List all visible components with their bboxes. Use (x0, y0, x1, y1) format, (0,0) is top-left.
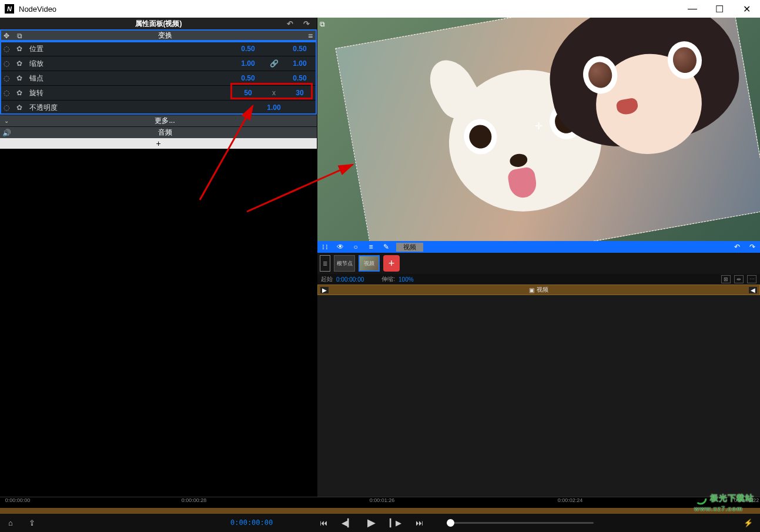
scale-x-value[interactable]: 1.00 (231, 59, 265, 68)
scale-label: 缩放 (26, 59, 231, 69)
menu-icon[interactable]: ≡ (363, 243, 379, 251)
transform-label: 变换 (26, 31, 304, 41)
stopwatch-icon[interactable]: ◌ (0, 74, 13, 82)
window-minimize-button[interactable]: — (679, 0, 706, 18)
timeline-empty-area[interactable] (317, 295, 760, 497)
clip-info-row: 起始 0:00:00:00 伸缩: 100% ⊠ ⇹ ⋯ (317, 274, 760, 285)
timeline-ruler[interactable]: 0:00:00:00 0:00:00:28 0:00:01:26 0:00:02… (0, 497, 760, 513)
svg-point-2 (695, 493, 706, 504)
panel-redo-icon[interactable]: ↷ (303, 19, 310, 28)
link-icon[interactable]: 🔗 (265, 59, 283, 68)
ruler-tick-2: 0:00:01:26 (370, 497, 395, 503)
panel-header: 属性面板(视频) ↶ ↷ (0, 18, 317, 29)
app-logo-icon: N (5, 4, 14, 14)
step-back-button[interactable]: ◀▎ (342, 518, 353, 527)
circle-icon[interactable]: ○ (348, 243, 363, 251)
next-keyframe-button[interactable]: ⏭ (416, 518, 423, 527)
step-forward-button[interactable]: ▎▶ (390, 518, 401, 527)
watermark: 极光下载站 www.xz7.com (694, 492, 754, 512)
gear-icon[interactable]: ✿ (13, 89, 26, 97)
anchor-y-value[interactable]: 0.50 (283, 74, 317, 82)
position-x-value[interactable]: 0.50 (231, 45, 265, 53)
panel-undo-icon[interactable]: ↶ (287, 19, 293, 28)
start-label: 起始 (321, 275, 333, 283)
stopwatch-icon[interactable]: ◌ (0, 45, 13, 53)
bottom-bar: ⌂ ⇪ 0:00:00:00 ⏮ ◀▎ ▶ ▎▶ ⏭ ⚡ (0, 513, 760, 532)
trim-icon[interactable]: ⇹ (734, 275, 744, 283)
titlebar: N NodeVideo — ☐ ✕ (0, 0, 760, 18)
document-icon[interactable]: ≣ (320, 255, 330, 272)
app-title: NodeVideo (19, 5, 679, 14)
hierarchy-icon[interactable]: ⫶⫶ (317, 243, 333, 251)
rotation-x-value[interactable]: 50 (231, 89, 265, 97)
gear-icon[interactable]: ✿ (13, 45, 26, 53)
gear-icon[interactable]: ✿ (13, 59, 26, 68)
gear-icon[interactable]: ✿ (13, 103, 26, 112)
node-name-field[interactable]: 视频 (396, 243, 423, 252)
prev-keyframe-button[interactable]: ⏮ (320, 518, 327, 527)
opacity-value[interactable]: 1.00 (231, 103, 317, 112)
toolbar-redo-icon[interactable]: ↷ (745, 243, 760, 251)
ruler-tick-0: 0:00:00:00 (5, 497, 31, 503)
share-button[interactable]: ⇪ (21, 518, 42, 527)
watermark-url: www.xz7.com (694, 505, 754, 512)
add-property-button[interactable]: + (0, 138, 317, 149)
speaker-icon: 🔊 (0, 129, 13, 137)
preview-video-frame[interactable] (335, 18, 760, 241)
add-node-button[interactable]: + (383, 255, 400, 272)
position-y-value[interactable]: 0.50 (283, 45, 317, 53)
zoom-slider-thumb[interactable] (447, 519, 454, 527)
panel-title: 属性面板(视频) (135, 19, 182, 29)
root-node-thumb[interactable]: 根节点 (334, 255, 355, 272)
stopwatch-icon[interactable]: ◌ (0, 59, 13, 68)
stretch-value[interactable]: 100% (399, 276, 414, 283)
copy-icon[interactable]: ⧉ (13, 32, 26, 40)
properties-panel: 属性面板(视频) ↶ ↷ ✥ ⧉ 变换 ≡ ◌ ✿ 位置 0.50 0.50 ◌… (0, 18, 317, 497)
transform-section-header[interactable]: ✥ ⧉ 变换 ≡ (0, 29, 317, 41)
window-close-button[interactable]: ✕ (733, 0, 760, 18)
popout-icon[interactable]: ⧉ (320, 20, 329, 29)
home-button[interactable]: ⌂ (0, 518, 21, 527)
position-label: 位置 (26, 44, 231, 54)
audio-label: 音频 (13, 128, 317, 138)
move-icon[interactable]: ✥ (0, 32, 13, 40)
track-collapse-right-icon[interactable]: ◀ (749, 287, 757, 293)
video-track[interactable]: ▶ ▣ 视频 ◀ (317, 285, 760, 295)
menu-icon[interactable]: ≡ (304, 31, 317, 41)
current-time[interactable]: 0:00:00:00 (230, 518, 273, 527)
node-toolbar: ⫶⫶ 👁 ○ ≡ ✎ 视频 ↶ ↷ (317, 241, 760, 253)
pen-icon[interactable]: ✎ (379, 243, 394, 251)
more-label: 更多... (13, 116, 317, 126)
anchor-label: 锚点 (26, 73, 231, 83)
watermark-brand: 极光下载站 (710, 493, 754, 503)
play-button[interactable]: ▶ (367, 516, 376, 529)
ruler-tick-1: 0:00:00:28 (182, 497, 207, 503)
opacity-label: 不透明度 (26, 103, 231, 113)
more-options-icon[interactable]: ⋯ (747, 275, 756, 283)
window-maximize-button[interactable]: ☐ (706, 0, 733, 18)
video-node-thumb[interactable]: 视频 (359, 255, 380, 272)
visibility-icon[interactable]: 👁 (333, 243, 348, 251)
video-track-label: 视频 (537, 286, 548, 294)
stopwatch-icon[interactable]: ◌ (0, 103, 13, 112)
preview-viewport[interactable]: ⧉ ✛ (317, 18, 760, 241)
audio-row[interactable]: 🔊 音频 (0, 126, 317, 138)
crop-icon[interactable]: ⊠ (721, 275, 731, 283)
flash-icon[interactable]: ⚡ (744, 518, 753, 527)
opacity-row: ◌ ✿ 不透明度 1.00 (0, 100, 317, 115)
scale-row: ◌ ✿ 缩放 1.00 🔗 1.00 (0, 56, 317, 71)
ruler-tick-3: 0:00:02:24 (558, 497, 583, 503)
toolbar-undo-icon[interactable]: ↶ (729, 243, 745, 251)
stretch-label: 伸缩: (381, 275, 395, 283)
track-collapse-left-icon[interactable]: ▶ (320, 287, 329, 293)
rotation-y-value[interactable]: 30 (283, 89, 317, 97)
scale-y-value[interactable]: 1.00 (283, 59, 317, 68)
start-value[interactable]: 0:00:00:00 (336, 276, 364, 283)
anchor-x-value[interactable]: 0.50 (231, 74, 265, 82)
zoom-slider[interactable] (447, 522, 594, 524)
stopwatch-icon[interactable]: ◌ (0, 89, 13, 97)
more-row[interactable]: ⌄ 更多... (0, 115, 317, 126)
video-track-icon: ▣ (529, 287, 534, 293)
gear-icon[interactable]: ✿ (13, 74, 26, 82)
anchor-crosshair-icon[interactable]: ✛ (535, 121, 543, 132)
